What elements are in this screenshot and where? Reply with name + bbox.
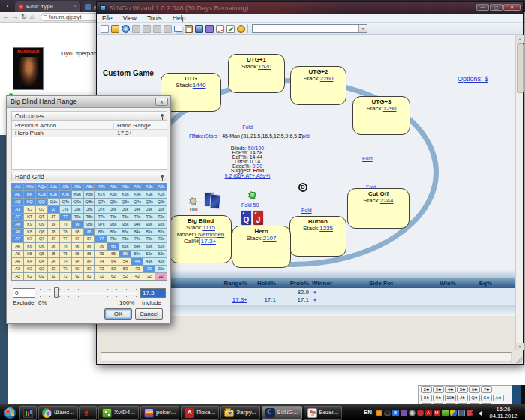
hand-cell-87s[interactable]: 87s (95, 229, 106, 236)
taskbar-app-pdf[interactable]: Пока... (181, 406, 219, 420)
hand-cell-82s[interactable]: 82s (155, 229, 166, 236)
hand-cell-99[interactable]: 99 (72, 221, 83, 228)
hand-cell-96[interactable]: 96 (72, 243, 83, 250)
hand-cell-52s[interactable]: 52s (155, 250, 166, 257)
hand-cell-K7s[interactable]: K7s (95, 191, 106, 198)
close-button[interactable]: ✕ (503, 4, 520, 11)
hand-cell-J4s[interactable]: J4s (131, 206, 142, 213)
resize-grip[interactable] (515, 356, 522, 363)
hand-cell-J8s[interactable]: J8s (84, 206, 95, 213)
dialog-close-button[interactable]: x (155, 98, 168, 106)
seat-utg2[interactable]: UTG+2Stack:2260 (290, 66, 346, 105)
hand-cell-T3[interactable]: T3 (60, 266, 71, 272)
stack-link[interactable]: 1620 (258, 63, 272, 70)
hand-cell-QJ[interactable]: QJ (36, 206, 47, 213)
seat-bb[interactable]: Big BlindStack:1115Model:OverriddenCall%… (170, 215, 232, 263)
hand-cell-A2[interactable]: A2 (12, 273, 23, 280)
hand-cell-K9s[interactable]: K9s (72, 191, 83, 198)
toolbar-icon-new-document[interactable] (100, 25, 109, 33)
hand-cell-T6s[interactable]: T6s (107, 214, 118, 220)
taskbar-app-winrar[interactable]: poker... (140, 406, 179, 420)
hand-cell-K5s[interactable]: K5s (119, 191, 130, 198)
hand-cell-AKs[interactable]: AKs (24, 184, 35, 190)
hand-cell-64[interactable]: 64 (107, 258, 118, 265)
slider-thumb[interactable] (54, 287, 59, 298)
hand-cell-K3s[interactable]: K3s (143, 191, 154, 198)
hand-cell-T5s[interactable]: T5s (119, 214, 130, 220)
hand-cell-AJs[interactable]: AJs (48, 184, 59, 190)
toolbar-icon-disabled-a[interactable] (132, 25, 140, 33)
hand-cell-K9[interactable]: K9 (24, 221, 35, 228)
outcome-row[interactable]: Hero Push17.3+ (12, 130, 166, 137)
hand-cell-J6s[interactable]: J6s (107, 206, 118, 213)
hand-cell-53[interactable]: 53 (119, 266, 130, 272)
minimize-button[interactable]: — (476, 4, 489, 11)
hand-cell-92s[interactable]: 92s (155, 221, 166, 228)
hand-cell-22[interactable]: 22 (155, 273, 166, 280)
hand-cell-Q4s[interactable]: Q4s (131, 199, 142, 206)
scroll-down-icon[interactable]: ▼ (516, 343, 524, 350)
hand-cell-64s[interactable]: 64s (131, 243, 142, 250)
hand-cell-66[interactable]: 66 (107, 243, 118, 250)
hand-cell-A6s[interactable]: A6s (107, 184, 118, 190)
stack-link[interactable]: 1115 (202, 224, 215, 231)
bluetooth-icon[interactable] (392, 410, 399, 416)
hand-cell-J8[interactable]: J8 (48, 229, 59, 236)
hand-cell-TT[interactable]: TT (60, 214, 71, 220)
fold-link[interactable]: Fold (366, 184, 376, 190)
language-indicator[interactable]: EN (364, 410, 372, 416)
hand-cell-K2[interactable]: K2 (24, 273, 35, 280)
hand-cell-Q6[interactable]: Q6 (36, 243, 47, 250)
stack-link[interactable]: 1440 (193, 82, 206, 88)
hand-cell-65[interactable]: 65 (107, 250, 118, 257)
hand-cell-93[interactable]: 93 (72, 266, 83, 272)
hand-cell-A8s[interactable]: A8s (84, 184, 95, 190)
seat-utg1[interactable]: UTG+1Stack:1620 (228, 54, 285, 93)
hand-cell-73s[interactable]: 73s (143, 236, 154, 242)
hand-cell-J3[interactable]: J3 (48, 266, 59, 272)
smiley-card-A♣[interactable]: A♣ (493, 394, 504, 401)
headphones-icon[interactable] (384, 410, 391, 416)
stack-link[interactable]: 2244 (380, 197, 394, 204)
hand-cell-97s[interactable]: 97s (95, 221, 106, 228)
hand-cell-Q8s[interactable]: Q8s (84, 199, 95, 206)
hand-cell-55[interactable]: 55 (119, 250, 130, 257)
hand-cell-QT[interactable]: QT (36, 214, 47, 220)
home-icon[interactable]: ⌂ (30, 14, 34, 20)
hand-cell-K4s[interactable]: K4s (131, 191, 142, 198)
hand-cell-T9s[interactable]: T9s (72, 214, 83, 220)
hand-cell-62s[interactable]: 62s (155, 243, 166, 250)
hand-cell-54s[interactable]: 54s (131, 250, 142, 257)
hand-cell-QJs[interactable]: QJs (48, 199, 59, 206)
hand-cell-Q4[interactable]: Q4 (36, 258, 47, 265)
hand-cell-K4[interactable]: K4 (24, 258, 35, 265)
exclude-input[interactable]: 0 (13, 288, 35, 298)
cancel-button[interactable]: Cancel (135, 308, 163, 320)
hand-cell-T4s[interactable]: T4s (131, 214, 142, 220)
browser-tab-blog[interactable]: Блог турн × (15, 2, 80, 12)
seat-button[interactable]: ButtonStack:1235 (290, 216, 346, 256)
hand-cell-K8[interactable]: K8 (24, 229, 35, 236)
toolbar-icon-web-globe[interactable] (122, 25, 130, 33)
taskbar-app-paint[interactable]: Безы... (304, 406, 343, 420)
hand-cell-98[interactable]: 98 (72, 229, 83, 236)
toolbar-icon-chart[interactable] (216, 25, 224, 33)
flag-icon[interactable] (466, 410, 473, 416)
hand-cell-JT[interactable]: JT (48, 214, 59, 220)
chevron-down-icon[interactable]: ▾ (358, 25, 367, 32)
hand-cell-Q2[interactable]: Q2 (36, 273, 47, 280)
hand-cell-J2s[interactable]: J2s (155, 206, 166, 213)
hand-cell-JJ[interactable]: JJ (48, 206, 59, 213)
toolbar-icon-calculator[interactable] (206, 25, 214, 33)
hand-cell-KK[interactable]: KK (24, 191, 35, 198)
start-button[interactable] (2, 406, 18, 420)
site-link[interactable]: PokerStars (192, 134, 218, 139)
hand-cell-A5[interactable]: A5 (12, 250, 23, 257)
hand-cell-K2s[interactable]: K2s (155, 191, 166, 198)
toolbar-icon-paste[interactable] (184, 25, 193, 33)
toolbar-icon-edit-pencil[interactable] (226, 25, 235, 33)
seat-utg3[interactable]: UTG+3Stack:1290 (352, 96, 410, 135)
hand-cell-A2s[interactable]: A2s (155, 184, 166, 190)
hand-cell-85[interactable]: 85 (84, 250, 95, 257)
hand-cell-72[interactable]: 72 (95, 273, 106, 280)
